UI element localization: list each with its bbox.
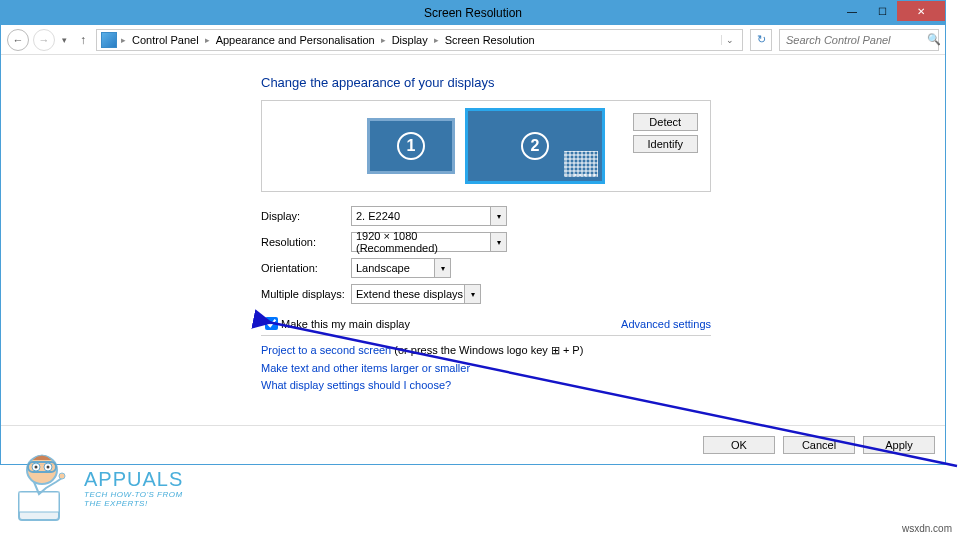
close-button[interactable]: ✕ bbox=[897, 1, 945, 21]
apply-button[interactable]: Apply bbox=[863, 436, 935, 454]
chevron-right-icon: ▸ bbox=[434, 35, 439, 45]
up-button[interactable]: ↑ bbox=[74, 33, 92, 47]
orientation-select-value: Landscape bbox=[356, 262, 410, 274]
cancel-button[interactable]: Cancel bbox=[783, 436, 855, 454]
toolbar: ← → ▾ ↑ ▸ Control Panel ▸ Appearance and… bbox=[1, 25, 945, 55]
control-panel-icon bbox=[101, 32, 117, 48]
chevron-down-icon: ▾ bbox=[490, 233, 506, 251]
appuals-tagline-2: THE EXPERTS! bbox=[84, 500, 183, 509]
project-second-screen-link[interactable]: Project to a second screen bbox=[261, 344, 391, 356]
display-label: Display: bbox=[261, 210, 351, 222]
search-field[interactable] bbox=[784, 33, 927, 47]
breadcrumb-item[interactable]: Appearance and Personalisation bbox=[214, 34, 377, 46]
appuals-logo-text: APPUALS bbox=[84, 468, 183, 491]
display-select[interactable]: 2. E2240 ▾ bbox=[351, 206, 507, 226]
multiple-displays-select[interactable]: Extend these displays ▾ bbox=[351, 284, 481, 304]
display-arrangement-box[interactable]: 1 2 ••••• Detect Identify bbox=[261, 100, 711, 192]
minimize-button[interactable]: — bbox=[837, 1, 867, 21]
display-settings-help-link[interactable]: What display settings should I choose? bbox=[261, 379, 451, 391]
search-icon: 🔍 bbox=[927, 33, 941, 46]
svg-point-9 bbox=[59, 473, 65, 479]
maximize-button[interactable]: ☐ bbox=[867, 1, 897, 21]
monitor-2[interactable]: 2 ••••• bbox=[465, 108, 605, 184]
chevron-down-icon: ▾ bbox=[490, 207, 506, 225]
monitor-number-label: 1 bbox=[397, 132, 425, 160]
chevron-down-icon: ▾ bbox=[434, 259, 450, 277]
window-title: Screen Resolution bbox=[424, 6, 522, 20]
resolution-select-value: 1920 × 1080 (Recommended) bbox=[356, 230, 502, 254]
forward-button[interactable]: → bbox=[33, 29, 55, 51]
recent-locations-dropdown[interactable]: ▾ bbox=[59, 35, 70, 45]
breadcrumb-item[interactable]: Control Panel bbox=[130, 34, 201, 46]
monitor-1[interactable]: 1 bbox=[367, 118, 455, 174]
monitor-number-label: 2 bbox=[521, 132, 549, 160]
titlebar: Screen Resolution — ☐ ✕ bbox=[1, 1, 945, 25]
svg-point-6 bbox=[47, 466, 50, 469]
back-button[interactable]: ← bbox=[7, 29, 29, 51]
orientation-select[interactable]: Landscape ▾ bbox=[351, 258, 451, 278]
windows-key-icon: ⊞ bbox=[551, 342, 560, 360]
make-main-display-label: Make this my main display bbox=[281, 318, 410, 330]
advanced-settings-link[interactable]: Advanced settings bbox=[621, 318, 711, 330]
breadcrumb-item[interactable]: Display bbox=[390, 34, 430, 46]
project-suffix-text-b: + P) bbox=[560, 344, 584, 356]
breadcrumb[interactable]: ▸ Control Panel ▸ Appearance and Persona… bbox=[96, 29, 743, 51]
chevron-right-icon: ▸ bbox=[205, 35, 210, 45]
detect-button[interactable]: Detect bbox=[633, 113, 698, 131]
chevron-right-icon: ▸ bbox=[121, 35, 126, 45]
refresh-button[interactable]: ↻ bbox=[750, 29, 772, 51]
monitor-dots-icon: ••••• bbox=[574, 170, 598, 179]
breadcrumb-item[interactable]: Screen Resolution bbox=[443, 34, 537, 46]
make-main-display-checkbox[interactable] bbox=[265, 317, 278, 330]
orientation-label: Orientation: bbox=[261, 262, 351, 274]
mascot-icon bbox=[14, 452, 76, 524]
multiple-displays-select-value: Extend these displays bbox=[356, 288, 463, 300]
ok-button[interactable]: OK bbox=[703, 436, 775, 454]
chevron-down-icon: ▾ bbox=[464, 285, 480, 303]
page-title: Change the appearance of your displays bbox=[261, 75, 915, 90]
text-size-link[interactable]: Make text and other items larger or smal… bbox=[261, 362, 470, 374]
search-input[interactable]: 🔍 bbox=[779, 29, 939, 51]
resolution-select[interactable]: 1920 × 1080 (Recommended) ▾ bbox=[351, 232, 507, 252]
display-select-value: 2. E2240 bbox=[356, 210, 400, 222]
breadcrumb-dropdown-icon[interactable]: ⌄ bbox=[721, 35, 738, 45]
chevron-right-icon: ▸ bbox=[381, 35, 386, 45]
svg-point-1 bbox=[27, 456, 57, 484]
project-suffix-text: (or press the Windows logo key bbox=[391, 344, 551, 356]
attribution-text: wsxdn.com bbox=[902, 523, 952, 534]
appuals-watermark: APPUALS TECH HOW-TO'S FROM THE EXPERTS! bbox=[14, 452, 183, 524]
multiple-displays-label: Multiple displays: bbox=[261, 288, 351, 300]
resolution-label: Resolution: bbox=[261, 236, 351, 248]
identify-button[interactable]: Identify bbox=[633, 135, 698, 153]
content-area: Change the appearance of your displays 1… bbox=[1, 55, 945, 425]
svg-point-5 bbox=[35, 466, 38, 469]
